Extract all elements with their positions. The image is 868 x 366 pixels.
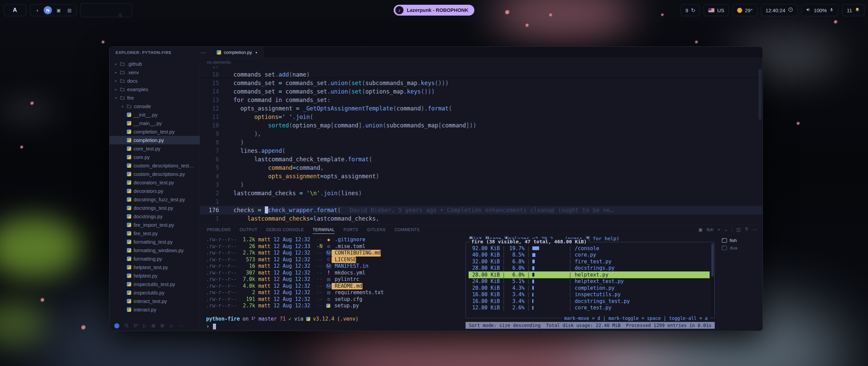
code-line-6[interactable]: 6 lastcommand_check_template.format( <box>200 155 763 164</box>
launcher-button[interactable]: A <box>3 4 26 16</box>
code-line-1[interactable]: 1 lastcommand_checks=lastcommand_checks, <box>200 215 763 223</box>
code-line-1[interactable]: 1 <box>200 198 763 206</box>
dua-panel[interactable]: Disk Usage Analyzer v2.29.2 (press ? for… <box>464 235 718 331</box>
dua-row-docstrings.py[interactable]: 28.00 KiB|6.0%||docstrings.py <box>469 265 710 272</box>
dua-row-inspectutils.py[interactable]: 16.00 KiB|3.4%||inspectutils.py <box>469 291 710 298</box>
tree-file-inspectutils_test.py[interactable]: inspectutils_test.py <box>110 280 200 288</box>
workspace-button-3[interactable]: ▣ <box>55 6 63 14</box>
code-line-5[interactable]: 5 command=command, <box>200 164 763 172</box>
dua-row-completion.py[interactable]: 20.00 KiB|4.3%||completion.py <box>469 285 710 291</box>
panel-tab-comments[interactable]: COMMENTS <box>394 225 419 234</box>
code-line-2[interactable]: 2 lastcommand_checks = '\n'.join(lines) <box>200 189 763 198</box>
breadcrumb[interactable]: no elements <box>200 58 763 66</box>
tree-file-docstrings_fuzz_test.py[interactable]: docstrings_fuzz_test.py <box>110 195 200 204</box>
terminal[interactable]: .rw-r--r-- 1.2k matt 12 Aug 12:32 -- ◆ .… <box>200 235 464 331</box>
tree-file-formatting.py[interactable]: formatting.py <box>110 255 200 263</box>
tree-file-__init__.py[interactable]: __init__.py <box>110 110 200 119</box>
keyboard-layout-widget[interactable]: US <box>704 4 729 16</box>
panel-more-button[interactable]: ⋯ <box>753 227 757 232</box>
tree-file-interact_test.py[interactable]: interact_test.py <box>110 297 200 305</box>
code-line-17[interactable]: 17 """ <box>200 66 763 70</box>
tree-file-__main__.py[interactable]: __main__.py <box>110 119 200 127</box>
dua-row-helptext_test.py[interactable]: 24.00 KiB|5.1%||helptext_test.py <box>469 278 710 285</box>
tree-file-formatting_test.py[interactable]: formatting_test.py <box>110 238 200 246</box>
terminal-panel-icon[interactable]: ▣ <box>698 227 703 232</box>
search-icon[interactable] <box>124 323 129 329</box>
clock-widget[interactable]: 12:40:24 <box>761 4 798 16</box>
code-line-13[interactable]: 13 for command in commands_set: <box>200 96 763 104</box>
panel-tab-debug-console[interactable]: DEBUG CONSOLE <box>266 225 304 234</box>
kill-terminal-button[interactable] <box>745 227 749 232</box>
tree-file-custom_descriptions_test[interactable]: custom_descriptions_test… <box>110 161 200 170</box>
remote-indicator[interactable] <box>114 323 119 328</box>
media-widget[interactable]: ♪ Lazerpunk - ROBOPHONK <box>394 5 474 16</box>
tree-file-completion_test.py[interactable]: completion_test.py <box>110 127 200 136</box>
tree-file-docstrings.py[interactable]: docstrings.py <box>110 212 200 221</box>
editor-scrollbar[interactable] <box>758 69 762 120</box>
tree-file-inspectutils.py[interactable]: inspectutils.py <box>110 288 200 297</box>
code-line-15[interactable]: 15 commands_set = commands_set.union(set… <box>200 79 763 87</box>
dua-row-fire_test.py[interactable]: 32.00 KiB|6.8%||fire_test.py <box>469 258 710 265</box>
workspace-button-4[interactable]: ▤ <box>65 6 74 14</box>
code-line-4[interactable]: 4 opts_assignment=opts_assignment) <box>200 172 763 181</box>
audio-widget[interactable]: 100% <box>801 4 839 16</box>
tree-file-core_test.py[interactable]: core_test.py <box>110 144 200 153</box>
dua-row-core_test.py[interactable]: 12.00 KiB|2.6%||core_test.py <box>469 305 710 311</box>
workspace-button-1[interactable]: ◑ <box>33 6 41 14</box>
tree-file-interact.py[interactable]: interact.py <box>110 305 200 314</box>
explorer-more-actions[interactable]: ⋯ <box>200 49 206 56</box>
weather-widget[interactable]: 29° <box>732 4 757 16</box>
code-editor[interactable]: 17 """16 commands_set.add(name)15 comman… <box>200 66 763 224</box>
tree-file-fire_import_test.py[interactable]: fire_import_test.py <box>110 221 200 229</box>
new-terminal-button[interactable]: + <box>717 227 720 232</box>
terminal-input-line[interactable]: › <box>206 323 464 330</box>
tree-folder-console[interactable]: ▸console <box>110 102 200 110</box>
panel-tab-problems[interactable]: PROBLEMS <box>207 225 231 234</box>
tree-file-core.py[interactable]: core.py <box>110 153 200 161</box>
panel-tab-terminal[interactable]: TERMINAL <box>313 225 335 234</box>
system-graph-widget[interactable] <box>80 3 132 17</box>
code-line-10[interactable]: 10 sorted(options_map[command].union(sub… <box>200 121 763 130</box>
tree-file-custom_descriptions.py[interactable]: custom_descriptions.py <box>110 170 200 178</box>
code-line-7[interactable]: 7 lines.append( <box>200 147 763 155</box>
tree-file-decorators_test.py[interactable]: decorators_test.py <box>110 178 200 187</box>
tree-file-fire_test.py[interactable]: fire_test.py <box>110 229 200 238</box>
code-line-8[interactable]: 8 ) <box>200 138 763 147</box>
panel-tab-gitlens[interactable]: GITLENS <box>367 225 386 234</box>
tab-completion-py[interactable]: completion.py ● <box>211 47 264 58</box>
dua-scrollbar[interactable] <box>711 244 714 317</box>
panel-tab-output[interactable]: OUTPUT <box>240 225 257 234</box>
dua-row-docstrings_test.py[interactable]: 16.00 KiB|3.4%||docstrings_test.py <box>469 298 710 305</box>
split-terminal-button[interactable]: ◫ <box>736 227 741 232</box>
source-control-icon[interactable] <box>134 323 138 329</box>
tree-file-formatting_windows.py[interactable]: formatting_windows.py <box>110 246 200 255</box>
session-fish[interactable]: fish <box>722 237 763 244</box>
workspace-button-2[interactable]: N <box>44 6 52 14</box>
terminal-dropdown-icon[interactable]: ⌄ <box>724 227 728 232</box>
debug-icon[interactable]: ▷ <box>143 323 147 328</box>
code-line-9[interactable]: 9 ), <box>200 130 763 138</box>
tree-folder-.venv[interactable]: ▸.venv <box>110 68 200 77</box>
tree-file-decorators.py[interactable]: decorators.py <box>110 187 200 195</box>
panel-tab-ports[interactable]: PORTS <box>343 225 358 234</box>
tree-folder-examples[interactable]: ▸examples <box>110 85 200 94</box>
tree-folder-.github[interactable]: ▸.github <box>110 60 200 68</box>
tree-file-helptext.py[interactable]: helptext.py <box>110 271 200 280</box>
updates-widget[interactable]: 9 ↻ <box>680 4 700 16</box>
dua-row-core.py[interactable]: 40.00 KiB|8.5%||core.py <box>469 252 710 259</box>
code-line-176[interactable]: 176 checks = check_wrapper.format(David … <box>200 206 763 215</box>
settings-gear-icon[interactable]: ⚙ <box>160 323 165 328</box>
tree-file-helptext_test.py[interactable]: helptext_test.py <box>110 263 200 271</box>
code-line-11[interactable]: 11 options=' '.join( <box>200 113 763 121</box>
tree-file-completion.py[interactable]: completion.py <box>110 136 200 144</box>
code-line-12[interactable]: 12 opts_assignment = _GetOptsAssignmentT… <box>200 104 763 113</box>
dua-row-console[interactable]: 92.00 KiB|19.7%||/console <box>469 245 710 252</box>
tree-folder-fire[interactable]: ▾fire <box>110 94 200 102</box>
shell-selector[interactable]: fish <box>707 227 713 232</box>
tree-file-docstrings_test.py[interactable]: docstrings_test.py <box>110 204 200 212</box>
account-icon[interactable]: ☺ <box>169 323 174 328</box>
notifications-widget[interactable]: 11 <box>842 4 865 16</box>
tree-folder-docs[interactable]: ▸docs <box>110 77 200 85</box>
code-line-14[interactable]: 14 commands_set = commands_set.union(set… <box>200 87 763 96</box>
more-icon[interactable]: ⋯ <box>179 323 183 328</box>
